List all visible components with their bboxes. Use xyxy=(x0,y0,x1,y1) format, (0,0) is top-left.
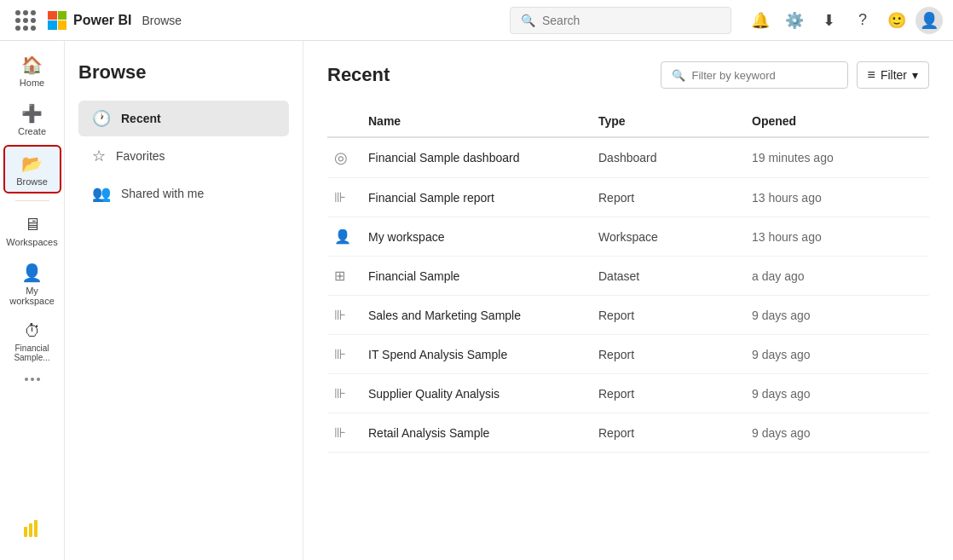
topnav: Power BI Browse 🔍 🔔 ⚙️ ⬇ ? 🙂 👤 xyxy=(0,0,953,41)
row-opened: a day ago xyxy=(752,269,922,283)
download-button[interactable]: ⬇ xyxy=(813,5,844,36)
notification-button[interactable]: 🔔 xyxy=(745,5,776,36)
row-type-icon: ◎ xyxy=(334,148,368,167)
table-body: ◎ Financial Sample dashboard Dashboard 1… xyxy=(327,138,929,453)
user-avatar[interactable]: 👤 xyxy=(915,7,943,34)
create-icon: ➕ xyxy=(21,103,43,124)
search-bar[interactable]: 🔍 xyxy=(510,7,731,34)
page-label: Browse xyxy=(142,14,182,27)
row-type: Report xyxy=(598,426,752,440)
row-opened: 9 days ago xyxy=(752,387,922,401)
left-nav: 🏠 Home ➕ Create 📂 Browse 🖥 Workspaces 👤 … xyxy=(0,41,65,560)
row-type: Report xyxy=(598,387,752,401)
table-row[interactable]: ⊪ Financial Sample report Report 13 hour… xyxy=(327,178,929,217)
recent-icon: 🕐 xyxy=(92,109,111,128)
browse-menu-recent[interactable]: 🕐 Recent xyxy=(78,101,289,136)
microsoft-logo xyxy=(48,11,66,30)
row-name: Supplier Quality Analysis xyxy=(368,387,598,401)
settings-button[interactable]: ⚙️ xyxy=(779,5,810,36)
table-row[interactable]: ⊪ Retail Analysis Sample Report 9 days a… xyxy=(327,413,929,453)
table-header: Name Type Opened xyxy=(327,106,929,138)
row-name: Financial Sample xyxy=(368,269,598,283)
filter-chevron-icon: ▾ xyxy=(912,68,918,82)
table-row[interactable]: 👤 My workspace Workspace 13 hours ago xyxy=(327,217,929,257)
sidebar-item-browse[interactable]: 📂 Browse xyxy=(3,145,61,193)
search-input[interactable] xyxy=(542,14,713,27)
row-type-icon: ⊪ xyxy=(334,306,368,324)
row-opened: 13 hours ago xyxy=(752,191,922,205)
row-name: Financial Sample report xyxy=(368,191,598,205)
row-type-icon: ⊪ xyxy=(334,188,368,206)
help-button[interactable]: ? xyxy=(847,5,878,36)
row-type: Report xyxy=(598,191,752,205)
col-type-header: Type xyxy=(598,114,752,128)
sidebar-item-my-workspace[interactable]: 👤 My workspace xyxy=(3,256,61,311)
row-type-icon: ⊞ xyxy=(334,267,368,285)
sidebar-item-workspaces[interactable]: 🖥 Workspaces xyxy=(3,208,61,252)
row-name: My workspace xyxy=(368,230,598,244)
table-row[interactable]: ⊪ Sales and Marketing Sample Report 9 da… xyxy=(327,296,929,335)
row-type: Report xyxy=(598,348,752,361)
row-type: Dashboard xyxy=(598,151,752,165)
col-name-header: Name xyxy=(368,114,598,128)
my-workspace-icon: 👤 xyxy=(21,263,43,283)
sidebar-item-financial-sample[interactable]: ⏱ Financial Sample... xyxy=(3,315,61,367)
sidebar-item-financial-sample-label: Financial Sample... xyxy=(7,344,58,362)
svg-rect-1 xyxy=(29,523,32,537)
filter-button-label: Filter xyxy=(881,68,907,82)
row-type-icon: 👤 xyxy=(334,228,368,245)
browse-menu-favorites[interactable]: ☆ Favorites xyxy=(78,138,289,174)
sidebar-item-my-workspace-label: My workspace xyxy=(7,286,58,306)
sidebar-item-create[interactable]: ➕ Create xyxy=(3,96,61,141)
browse-menu: 🕐 Recent ☆ Favorites 👥 Shared with me xyxy=(78,101,289,211)
sidebar-item-create-label: Create xyxy=(18,126,46,136)
row-type: Report xyxy=(598,309,752,322)
search-icon: 🔍 xyxy=(521,14,535,27)
topnav-icons: 🔔 ⚙️ ⬇ ? 🙂 👤 xyxy=(745,5,943,36)
powerbi-logo-icon xyxy=(20,517,44,540)
table-row[interactable]: ⊪ Supplier Quality Analysis Report 9 day… xyxy=(327,374,929,413)
row-opened: 9 days ago xyxy=(752,309,922,322)
content-controls: 🔍 ≡ Filter ▾ xyxy=(661,61,929,89)
table-row[interactable]: ⊪ IT Spend Analysis Sample Report 9 days… xyxy=(327,335,929,374)
row-type-icon: ⊪ xyxy=(334,384,368,402)
row-type: Workspace xyxy=(598,230,752,244)
row-type: Dataset xyxy=(598,269,752,283)
filter-lines-icon: ≡ xyxy=(868,67,875,83)
home-icon: 🏠 xyxy=(21,55,43,75)
row-opened: 9 days ago xyxy=(752,426,922,440)
main-layout: 🏠 Home ➕ Create 📂 Browse 🖥 Workspaces 👤 … xyxy=(0,41,953,560)
sidebar-item-browse-label: Browse xyxy=(16,176,48,187)
keyword-filter[interactable]: 🔍 xyxy=(661,61,848,89)
browse-sidebar: Browse 🕐 Recent ☆ Favorites 👥 Shared wit… xyxy=(65,41,303,560)
financial-sample-icon: ⏱ xyxy=(24,321,41,341)
content-title: Recent xyxy=(327,64,390,86)
apps-menu-button[interactable] xyxy=(10,5,41,36)
browse-icon: 📂 xyxy=(21,153,43,174)
more-items-button[interactable] xyxy=(18,371,47,388)
browse-sidebar-title: Browse xyxy=(78,61,289,84)
favorites-icon: ☆ xyxy=(92,147,106,165)
content-header: Recent 🔍 ≡ Filter ▾ xyxy=(327,61,929,89)
svg-rect-0 xyxy=(24,527,27,537)
svg-rect-2 xyxy=(34,520,38,537)
table-row[interactable]: ⊞ Financial Sample Dataset a day ago xyxy=(327,257,929,296)
browse-menu-shared[interactable]: 👥 Shared with me xyxy=(78,176,289,211)
browse-menu-shared-label: Shared with me xyxy=(121,187,204,200)
table-row[interactable]: ◎ Financial Sample dashboard Dashboard 1… xyxy=(327,138,929,178)
row-name: Sales and Marketing Sample xyxy=(368,309,598,322)
row-type-icon: ⊪ xyxy=(334,424,368,442)
row-opened: 13 hours ago xyxy=(752,230,922,244)
row-name: IT Spend Analysis Sample xyxy=(368,348,598,361)
powerbi-logo xyxy=(20,517,44,546)
sidebar-item-home[interactable]: 🏠 Home xyxy=(3,48,61,93)
main-content: Recent 🔍 ≡ Filter ▾ Name Type Opened xyxy=(303,41,953,560)
row-opened: 9 days ago xyxy=(752,348,922,361)
keyword-filter-input[interactable] xyxy=(692,69,837,82)
row-type-icon: ⊪ xyxy=(334,345,368,363)
browse-menu-recent-label: Recent xyxy=(121,112,161,125)
browse-menu-favorites-label: Favorites xyxy=(116,149,165,163)
sidebar-item-home-label: Home xyxy=(20,78,44,88)
feedback-button[interactable]: 🙂 xyxy=(881,5,912,36)
filter-button[interactable]: ≡ Filter ▾ xyxy=(857,61,929,89)
